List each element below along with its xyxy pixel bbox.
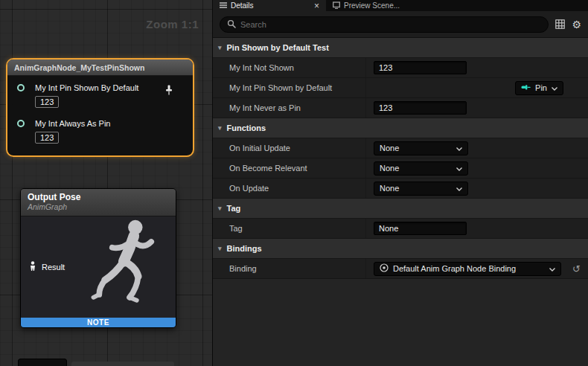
search-icon — [227, 18, 236, 31]
chevron-down-icon — [552, 83, 557, 92]
partially-visible-node[interactable] — [71, 362, 174, 366]
anim-graph-editor[interactable]: Zoom 1:1 AnimGraphNode_MyTestPinShown My… — [0, 0, 213, 366]
int-pin-icon[interactable] — [17, 84, 25, 92]
property-label: My Int Pin Shown by Default — [213, 78, 365, 97]
binding-dropdown[interactable]: Default Anim Graph Node Binding — [374, 262, 561, 276]
node-output-pose[interactable]: Output Pose AnimGraph — [20, 188, 176, 328]
property-value-cell: None — [365, 138, 588, 158]
zoom-level-label: Zoom 1:1 — [146, 18, 199, 30]
partially-visible-node[interactable] — [18, 359, 67, 366]
my-int-never-as-pin-input[interactable] — [374, 101, 467, 115]
section-title: Functions — [227, 123, 266, 132]
result-pin-label: Result — [42, 263, 65, 272]
node-header[interactable]: Output Pose AnimGraph — [21, 189, 176, 216]
dropdown-value: None — [380, 184, 399, 193]
dropdown-value: None — [380, 144, 399, 152]
on-become-relevant-dropdown[interactable]: None — [374, 161, 468, 176]
search-box — [220, 16, 549, 33]
grid-view-icon[interactable] — [555, 19, 565, 29]
property-row: Binding Default Anim Graph Node Binding — [213, 259, 588, 279]
property-row: My Int Not Shown — [213, 58, 588, 78]
chevron-down-icon — [456, 144, 462, 152]
mannequin-image — [89, 216, 173, 321]
tab-label: Preview Scene... — [344, 1, 400, 10]
property-row: On Become Relevant None — [213, 158, 588, 179]
section-title: Tag — [227, 204, 241, 213]
pin-label: My Int Always As Pin — [35, 119, 185, 129]
property-value-cell: Default Anim Graph Node Binding ↺ — [365, 259, 588, 278]
node-body: My Int Pin Shown By Default 123 — [7, 76, 193, 144]
section-tag[interactable]: ▾ Tag — [213, 199, 588, 219]
chevron-down-icon — [456, 164, 462, 173]
tab-bar: Details × Preview Scene... — [213, 0, 588, 11]
pin-row: My Int Always As Pin 123 — [15, 119, 185, 144]
tab-details[interactable]: Details × — [213, 0, 326, 11]
property-label: My Int Never as Pin — [213, 98, 365, 118]
pin-label: My Int Pin Shown By Default — [35, 83, 185, 93]
property-row: On Update None — [213, 179, 588, 199]
dropdown-value: Pin — [535, 83, 547, 92]
my-int-not-shown-input[interactable] — [374, 61, 467, 74]
node-body: Result — [21, 216, 176, 318]
property-label: On Initial Update — [213, 138, 365, 158]
dropdown-value: Default Anim Graph Node Binding — [393, 264, 516, 273]
on-update-dropdown[interactable]: None — [374, 182, 468, 196]
property-value-cell: None — [365, 158, 588, 178]
property-row: Tag — [213, 219, 588, 239]
node-animgraphnode-mytestpinshown[interactable]: AnimGraphNode_MyTestPinShown My Int Pin … — [6, 58, 194, 157]
property-row: My Int Never as Pin — [213, 98, 588, 118]
section-title: Pin Shown by Default Test — [227, 43, 329, 52]
reset-to-default-icon[interactable]: ↺ — [572, 263, 581, 274]
search-input[interactable] — [240, 20, 541, 29]
property-list: ▾ Pin Shown by Default Test My Int Not S… — [213, 38, 588, 279]
chevron-down-icon — [549, 264, 555, 273]
preview-scene-icon — [333, 1, 340, 10]
property-label: Binding — [213, 259, 365, 278]
chevron-down-icon: ▾ — [218, 124, 222, 132]
tag-input[interactable] — [374, 222, 467, 235]
section-bindings[interactable]: ▾ Bindings — [213, 239, 588, 259]
pose-pin-icon — [28, 261, 37, 272]
chevron-down-icon: ▾ — [218, 205, 222, 212]
dropdown-value: None — [380, 164, 399, 173]
binding-icon — [380, 263, 389, 274]
property-value-cell — [365, 219, 588, 238]
property-row: My Int Pin Shown by Default — [213, 78, 588, 98]
details-panel: Details × Preview Scene... — [213, 0, 588, 366]
node-subtitle: AnimGraph — [28, 202, 169, 212]
pin-default-value[interactable]: 123 — [35, 96, 59, 108]
unreal-editor-window: Zoom 1:1 AnimGraphNode_MyTestPinShown My… — [0, 0, 588, 366]
tab-label: Details — [231, 1, 254, 10]
tab-preview-scene[interactable]: Preview Scene... — [326, 0, 406, 11]
property-label: On Update — [213, 179, 365, 198]
pushpin-icon — [164, 85, 173, 98]
property-label: My Int Not Shown — [213, 58, 365, 77]
section-pin-shown-by-default-test[interactable]: ▾ Pin Shown by Default Test — [213, 38, 588, 58]
on-initial-update-dropdown[interactable]: None — [374, 141, 468, 155]
property-label: On Become Relevant — [213, 158, 365, 178]
int-pin-icon[interactable] — [17, 120, 25, 127]
property-label: Tag — [213, 219, 365, 238]
section-title: Bindings — [227, 244, 262, 253]
node-title[interactable]: AnimGraphNode_MyTestPinShown — [7, 60, 193, 76]
pin-visibility-dropdown[interactable]: Pin — [515, 81, 563, 95]
chevron-down-icon: ▾ — [218, 44, 222, 51]
pin-default-value[interactable]: 123 — [35, 132, 59, 144]
details-toolbar: ⚙ — [213, 11, 588, 38]
property-value-cell: Pin — [365, 78, 588, 97]
result-pin[interactable]: Result — [28, 261, 65, 272]
property-value-cell — [365, 98, 588, 118]
property-value-cell — [365, 58, 588, 77]
property-row: On Initial Update None — [213, 138, 588, 158]
section-functions[interactable]: ▾ Functions — [213, 118, 588, 138]
pin-row: My Int Pin Shown By Default 123 — [15, 83, 185, 108]
gear-icon[interactable]: ⚙ — [572, 19, 581, 30]
chevron-down-icon: ▾ — [218, 245, 222, 252]
property-value-cell: None — [365, 179, 588, 198]
chevron-down-icon — [456, 184, 462, 193]
close-icon[interactable]: × — [314, 2, 319, 10]
pin-icon — [521, 83, 531, 93]
node-title: Output Pose — [28, 192, 169, 202]
details-panel-icon — [220, 1, 227, 10]
